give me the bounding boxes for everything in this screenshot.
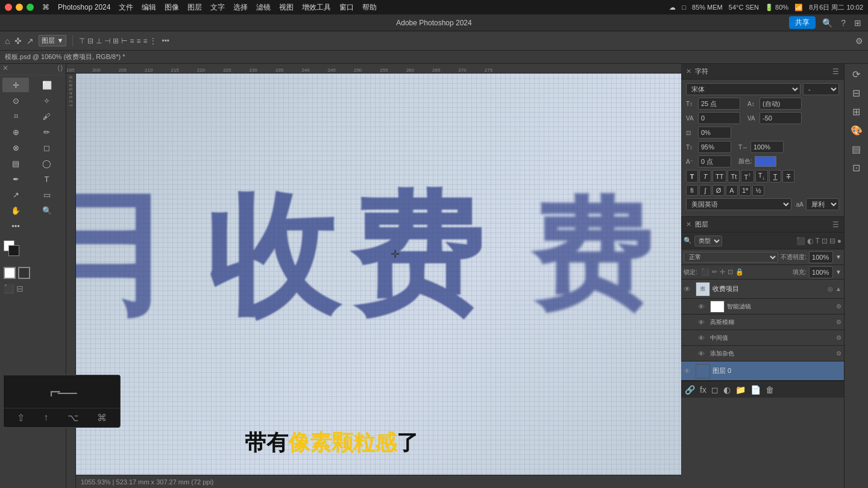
option-icon[interactable]: ⌥ — [68, 412, 78, 424]
clone-tool[interactable]: ⊗ — [2, 140, 29, 155]
command-icon[interactable]: ⌘ — [97, 412, 107, 424]
filter-type-dropdown[interactable]: 类型 — [694, 236, 722, 246]
menu-select[interactable]: 选择 — [233, 2, 248, 13]
search-icon[interactable]: 🔍 — [822, 18, 832, 28]
pixel-filter-icon[interactable]: ⬛ — [796, 237, 805, 245]
menu-window[interactable]: 窗口 — [339, 2, 354, 13]
adjust-right-icon[interactable]: ⊞ — [852, 106, 860, 117]
add-mask-icon[interactable]: ◻ — [711, 385, 719, 395]
font-size-input[interactable] — [698, 98, 740, 110]
lock-all-icon[interactable]: 🔒 — [735, 268, 744, 276]
minimize-button[interactable] — [16, 4, 23, 11]
home-icon[interactable]: ⌂ — [5, 36, 10, 46]
shape-filter-icon[interactable]: ⊡ — [822, 237, 828, 245]
gaussian-blur-options-icon[interactable]: ⚙ — [836, 319, 841, 325]
shift-icon[interactable]: ⇧ — [17, 412, 25, 424]
group-collapse-icon[interactable]: ▲ — [835, 286, 841, 292]
extra-tool[interactable]: ••• — [2, 219, 29, 233]
sublayer-median[interactable]: 👁 中间值 ⚙ — [681, 330, 844, 346]
screen-mode2-icon[interactable]: ⊟ — [16, 284, 24, 293]
fill-chevron[interactable]: ▼ — [835, 269, 841, 275]
more-options-icon[interactable]: ••• — [162, 37, 169, 45]
text-filter-icon[interactable]: T — [815, 237, 819, 245]
tool-panel-collapse[interactable]: ⟨⟩ — [57, 64, 63, 72]
menu-filter[interactable]: 滤镜 — [256, 2, 271, 13]
layer-item-group[interactable]: 👁 图 收费项目 ◎ ▲ — [681, 280, 844, 299]
lock-position-icon[interactable]: ✛ — [720, 268, 725, 276]
hscale-input[interactable] — [750, 141, 784, 153]
align-hcenter-icon[interactable]: ⊞ — [113, 37, 119, 45]
superscript-button[interactable]: T↑ — [741, 170, 753, 183]
sublayer-smart-filter[interactable]: 👁 智能滤镜 ⚙ — [681, 299, 844, 314]
align-vcenter-icon[interactable]: ⊟ — [87, 37, 93, 45]
fill-input[interactable] — [809, 266, 833, 278]
font-style-dropdown[interactable]: - — [803, 83, 839, 95]
help-icon[interactable]: ? — [841, 18, 846, 28]
brush-tool[interactable]: ✏ — [34, 125, 60, 139]
group-visibility-icon[interactable]: 👁 — [684, 285, 693, 293]
font-family-dropdown[interactable]: 宋体 — [686, 83, 800, 95]
hand-tool[interactable]: ✋ — [2, 203, 29, 217]
gear-icon[interactable]: ⚙ — [855, 36, 863, 46]
move-tool[interactable]: ✛ — [2, 78, 29, 92]
distribute-left-icon[interactable]: ⋮ — [149, 37, 157, 45]
swatches-right-icon[interactable]: 🎨 — [851, 125, 863, 136]
layers-right-icon[interactable]: ⊟ — [852, 87, 860, 99]
canvas-area[interactable]: 195 200 205 210 215 220 225 230 235 240 … — [66, 64, 681, 488]
lasso-tool[interactable]: ⊙ — [2, 93, 29, 108]
add-noise-vis-icon[interactable]: 👁 — [698, 350, 708, 357]
text-color-swatch[interactable] — [755, 156, 776, 167]
distribute-vcenter-icon[interactable]: ≡ — [136, 37, 140, 45]
subscript-button[interactable]: T↓ — [755, 170, 768, 183]
auto-select-icon[interactable]: ↗ — [27, 36, 34, 46]
allcaps-button[interactable]: TT — [712, 170, 726, 183]
language-dropdown[interactable]: 美国英语 — [686, 198, 791, 210]
vscale-input[interactable] — [698, 141, 731, 153]
median-options-icon[interactable]: ⚙ — [836, 334, 841, 341]
align-left-icon[interactable]: ⊣ — [104, 37, 110, 45]
menu-edit[interactable]: 编辑 — [142, 2, 156, 13]
ligature-button[interactable]: fi — [686, 185, 698, 196]
blend-mode-dropdown[interactable]: 正常 — [684, 252, 778, 263]
magic-wand-tool[interactable]: ✧ — [34, 93, 60, 108]
median-vis-icon[interactable]: 👁 — [698, 334, 708, 342]
opacity-input[interactable] — [809, 251, 833, 263]
crop-tool[interactable]: ⌗ — [2, 109, 29, 124]
path-select-tool[interactable]: ↗ — [2, 187, 29, 202]
background-color[interactable] — [8, 245, 19, 256]
kerning-input[interactable] — [698, 112, 740, 124]
sublayer-add-noise[interactable]: 👁 添加杂色 ⚙ — [681, 346, 844, 361]
tool-panel-close[interactable]: ✕ — [2, 64, 8, 72]
layout-icon[interactable]: ⊞ — [854, 18, 861, 28]
distribute-bottom-icon[interactable]: ≡ — [143, 37, 147, 45]
smart-filter-icon[interactable]: ⊟ — [829, 237, 835, 245]
group-fx-icon[interactable]: ◎ — [828, 286, 833, 292]
bold-button[interactable]: T — [686, 170, 698, 183]
align-bottom-icon[interactable]: ⊥ — [96, 37, 102, 45]
scale-h-input[interactable] — [698, 127, 731, 139]
shape-tool[interactable]: ▭ — [34, 187, 60, 202]
fraction-button[interactable]: ½ — [752, 185, 764, 196]
layers-panel-close[interactable]: ✕ — [686, 221, 691, 228]
menu-file[interactable]: 文件 — [119, 2, 133, 13]
quick-mask-mode[interactable] — [18, 267, 30, 279]
smart-filter-options-icon[interactable]: ⚙ — [836, 303, 841, 310]
stylistic-button[interactable]: Ø — [712, 185, 725, 196]
antialiasing-dropdown[interactable]: 犀利 — [806, 198, 839, 210]
tracking-input[interactable] — [760, 112, 802, 124]
italic-button[interactable]: T — [699, 170, 711, 183]
lock-artboard-icon[interactable]: ⊡ — [728, 268, 733, 276]
screen-mode-icon[interactable]: ⬛ — [4, 284, 14, 293]
menu-image[interactable]: 图像 — [165, 2, 179, 13]
artboard-filter-icon[interactable]: ● — [837, 237, 841, 245]
text-tool[interactable]: T — [34, 172, 60, 186]
adjustment-filter-icon[interactable]: ◐ — [807, 237, 813, 245]
zoom-tool[interactable]: 🔍 — [34, 203, 60, 217]
apple-menu[interactable]: ⌘ — [42, 3, 49, 11]
layer-type-selector[interactable]: 图层 ▼ — [39, 35, 66, 46]
baseline-input[interactable] — [698, 155, 731, 167]
opacity-chevron[interactable]: ▼ — [835, 254, 841, 260]
add-adjustment-icon[interactable]: ◐ — [723, 385, 731, 395]
canvas-content[interactable]: 冃 收费 费 带有像素颗粒感了 ✛ 1055.93% | 523.17 mm x… — [76, 74, 681, 488]
gradient-tool[interactable]: ▤ — [2, 156, 29, 170]
